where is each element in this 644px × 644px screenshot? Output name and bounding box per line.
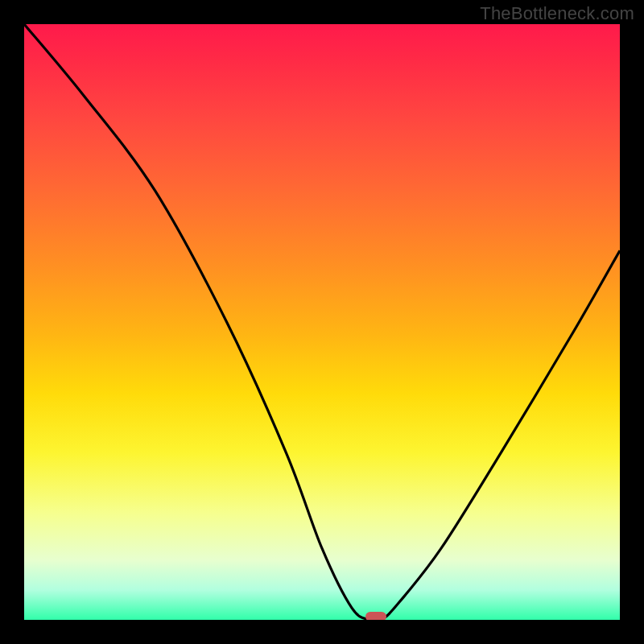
chart-frame: TheBottleneck.com bbox=[0, 0, 644, 644]
bottleneck-curve bbox=[24, 24, 620, 620]
optimal-point-marker bbox=[365, 612, 386, 620]
watermark-text: TheBottleneck.com bbox=[480, 3, 634, 24]
plot-area bbox=[24, 24, 620, 620]
